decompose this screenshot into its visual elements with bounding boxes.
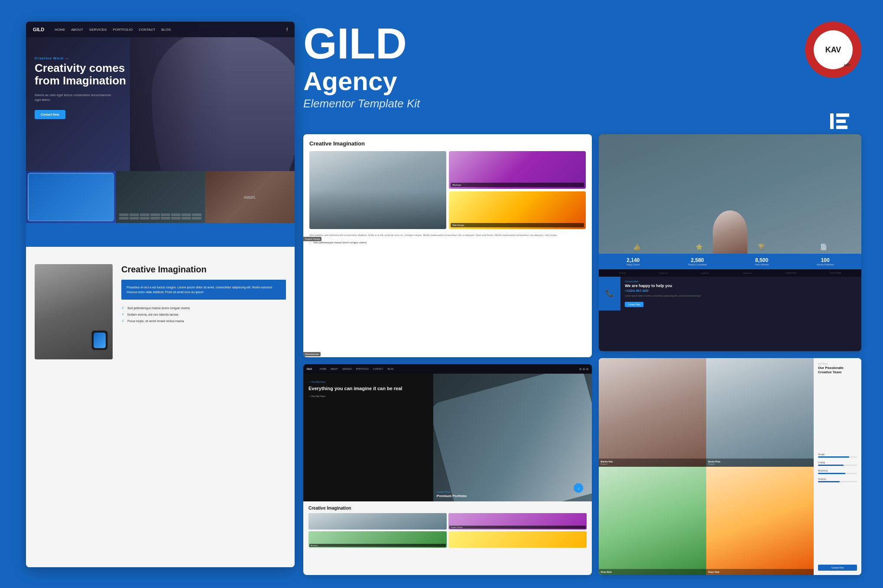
pc3-bottom-title: Creative Imagination: [308, 506, 587, 510]
pc3-down-button[interactable]: ↓: [574, 483, 583, 493]
hero-blue-strip: [26, 223, 295, 247]
team-skills: Design Coding Marketing: [818, 453, 857, 486]
stat-happy-label: Happy Clients: [627, 263, 640, 266]
pc3-b-img-1: [308, 513, 447, 530]
pc1-graphic-design-label: Graphic Design: [303, 237, 321, 241]
ws-text-content: Creative Imagination Phasellus et orci a…: [121, 264, 286, 559]
ws-check-2: ✓ Nullam viverra, est nec lobortis lacin…: [121, 312, 286, 317]
brand-subtitle: Agency: [303, 68, 861, 94]
skill-marketing: Marketing: [818, 469, 857, 474]
kav-logo: KAV ART: [805, 22, 861, 78]
pc3-right-panel: Creative Work Premium Portfolio ↓: [433, 374, 592, 501]
stat-happy-clients: 2,140 Happy Clients: [627, 257, 640, 266]
card-3-image: nouri.: [205, 171, 295, 223]
stats-numbers-row: 2,140 Happy Clients 2,580 Projects Compl…: [599, 254, 861, 269]
team-m1-info: Martha Vela Designer: [599, 459, 706, 467]
previews-column-1: Creative Imagination Mockups Web Design: [303, 134, 592, 575]
nav-logo: GILD: [33, 27, 44, 32]
nav-portfolio[interactable]: PORTFOLIO: [113, 28, 133, 32]
svg-rect-1: [836, 113, 849, 117]
skill-coding-fill: [818, 465, 844, 466]
pc3-main-title: Everything you can imagine it can be rea…: [308, 386, 428, 391]
logo-bar-6: LOGOLPSUM: [830, 272, 841, 274]
svg-rect-3: [836, 126, 847, 129]
pc3-portfolio-label-small: Creative Work: [437, 491, 467, 493]
hero-title: Creativity comes from Imagination: [35, 62, 130, 87]
navigation-bar: GILD HOME ABOUT SERVICES PORTFOLIO CONTA…: [26, 22, 295, 37]
logo-bar-3: logolpsum: [701, 272, 709, 274]
pc1-image-grid: Mockups Web Design Graphic Design Advert…: [309, 151, 586, 229]
skill-coding: Coding: [818, 461, 857, 466]
pc1-label-webdesign: Web Design: [451, 223, 584, 227]
pc1-check: ✓ Sed pellentesque massa lorem congue vi…: [309, 241, 586, 244]
team-m1-role: Designer: [601, 463, 704, 465]
team-m3-name: Viven Rola: [601, 571, 704, 573]
keyboard-visual: [116, 171, 205, 223]
contact-phone: +1234-567-890: [625, 289, 857, 293]
contact-cta-button[interactable]: Contact Now: [625, 302, 643, 307]
nav-blog[interactable]: BLOG: [161, 28, 171, 32]
pc1-title: Creative Imagination: [309, 140, 586, 147]
pc3-dot-3: [586, 368, 588, 370]
hero-description: Mauris ac odio eget lectus consectetur a…: [35, 93, 113, 103]
skill-marketing-fill: [818, 473, 845, 474]
team-sidebar: Our Team Our Passionate Creative Team De…: [814, 358, 861, 575]
pc3-nav-contact: CONTACT: [373, 368, 383, 370]
logo-bar: ⬛⬛⬛ logolpsum logolpsum Logolpsum LOGOLP…: [599, 269, 861, 277]
team-member-2: Nicola Piola Designer: [706, 358, 814, 467]
card-2-image: [116, 171, 205, 223]
phone-icon: 📞: [605, 289, 614, 297]
pc3-b-4-visual: [448, 531, 587, 548]
elementor-icon-svg: [827, 108, 853, 134]
team-m3-info: Viven Rola: [599, 569, 706, 575]
logo-bar-1: ⬛⬛⬛: [619, 272, 626, 274]
card-1-image: [26, 171, 116, 223]
nav-about[interactable]: ABOUT: [71, 28, 83, 32]
previews-column-2: 👍 ⭐ 🏆 📄 2,140 Happy Clients 2,580 Projec…: [599, 134, 861, 575]
ws-description-box: Phasellus et orci a est luctus congue. L…: [121, 280, 286, 300]
check-icon-1: ✓: [121, 306, 125, 310]
nouri-box-visual: nouri.: [205, 171, 295, 223]
team-m2-info: Nicola Piola Designer: [706, 459, 814, 467]
team-m2-role: Designer: [708, 463, 812, 465]
hero-content: Creative Work Creativity comes from Imag…: [35, 56, 130, 119]
stat-articles-label: Articles Published: [817, 263, 834, 266]
pc3-watch-shape: [433, 374, 592, 501]
nav-contact[interactable]: CONTACT: [139, 28, 155, 32]
pc3-dot-2: [583, 368, 585, 370]
contact-text-area: Creative Work We are happy to help you +…: [620, 277, 861, 310]
tablet-map-visual: [26, 171, 116, 223]
stats-icon-3: 🏆: [757, 243, 765, 250]
social-icon[interactable]: f: [286, 27, 288, 32]
kav-outer-ring: KAV ART: [805, 22, 861, 78]
skill-design-fill: [818, 456, 849, 458]
nav-home[interactable]: HOME: [55, 28, 65, 32]
stat-articles: 100 Articles Published: [817, 257, 834, 266]
pc3-nav-dots: [579, 368, 588, 370]
team-title-area: Our Team Our Passionate Creative Team: [818, 362, 857, 378]
hero-cta-button[interactable]: Contact Now: [35, 110, 65, 119]
pc3-b-1-visual: [308, 513, 447, 530]
pc3-b-3-label: Mockups: [309, 544, 446, 547]
contact-description: Lorem ipsum dolor sit amet, consectetur …: [625, 294, 857, 297]
logo-bar-4: Logolpsum: [743, 272, 752, 274]
stat-projects: 2,580 Projects Completed: [688, 257, 707, 266]
team-m2-img: [706, 358, 814, 467]
team-contact-button[interactable]: Contact Now: [818, 565, 857, 571]
skill-analysis-bar: [818, 481, 857, 482]
pc3-b-img-2: Graphic Design: [448, 513, 587, 530]
team-m1-img: [599, 358, 706, 467]
hero-section: GILD HOME ABOUT SERVICES PORTFOLIO CONTA…: [26, 22, 295, 247]
nav-services[interactable]: SERVICES: [89, 28, 107, 32]
skill-design: Design: [818, 453, 857, 458]
check-icon-3: ✓: [121, 319, 125, 323]
preview-card-portfolio: GILD HOME ABOUT SERVICE PORTFOLIO CONTAC…: [303, 364, 592, 575]
logo-bar-5: LOGOLPSUM: [785, 272, 796, 274]
kav-inner: KAV ART: [814, 30, 853, 69]
nouri-text: nouri.: [244, 195, 256, 200]
pc3-tagline: — The Gild Team: [308, 381, 428, 383]
brand-title: GILD: [303, 22, 861, 65]
contact-phone-icon-area: 📞: [599, 277, 620, 310]
ws-title: Creative Imagination: [121, 264, 286, 275]
kav-art-text: ART: [844, 64, 850, 67]
